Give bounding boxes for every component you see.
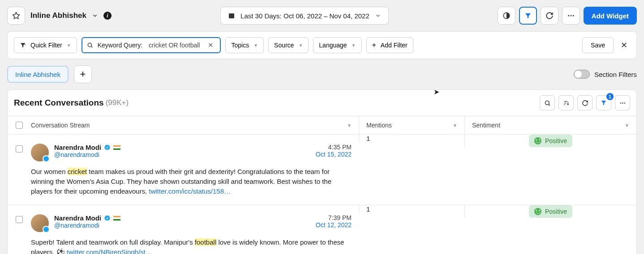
calendar-icon: [228, 12, 235, 19]
column-label: Conversation Stream: [31, 122, 90, 129]
row-checkbox[interactable]: [16, 216, 23, 223]
filter-badge: 1: [606, 93, 614, 100]
panel-sort-button[interactable]: [558, 95, 574, 110]
mentions-value: 1: [366, 205, 370, 213]
svg-point-4: [568, 15, 569, 17]
reset-filters-button[interactable]: ✕: [618, 40, 630, 50]
more-options-button[interactable]: [562, 7, 580, 25]
panel-more-button[interactable]: [615, 95, 630, 110]
select-all-column: [8, 122, 31, 129]
time-value: 7:39 PM: [316, 214, 352, 221]
sentiment-badge[interactable]: Positive: [529, 205, 572, 218]
svg-line-10: [549, 104, 550, 106]
section-filters-toggle[interactable]: [574, 70, 590, 79]
keyword-filter-chip[interactable]: Keyword Query: cricket OR football ✕: [82, 37, 221, 53]
refresh-icon: [545, 12, 554, 20]
source-filter[interactable]: Source ▼: [268, 37, 309, 53]
row-checkbox[interactable]: [16, 145, 23, 152]
chevron-down-icon: [92, 13, 98, 19]
column-header-mentions[interactable]: Mentions ▼: [359, 116, 464, 134]
add-tab-button[interactable]: +: [74, 65, 92, 83]
timestamp: 7:39 PM Oct 12, 2022: [316, 214, 352, 232]
info-icon[interactable]: i: [103, 12, 112, 20]
row-select-column: [8, 135, 31, 205]
smiley-icon: [534, 137, 541, 144]
global-filter-button[interactable]: [519, 7, 537, 25]
table-header: Conversation Stream ▼ Mentions ▼ Sentime…: [8, 116, 636, 135]
sentiment-value: Positive: [545, 208, 567, 215]
svg-marker-0: [13, 13, 20, 19]
conversation-text: Our women cricket team makes us proud wi…: [31, 167, 352, 196]
date-value[interactable]: Oct 12, 2022: [316, 221, 352, 229]
theme-toggle-button[interactable]: [498, 7, 515, 25]
sentiment-badge[interactable]: Positive: [529, 135, 572, 147]
refresh-button[interactable]: [541, 7, 558, 25]
page-title-group: Inline Abhishek i: [30, 11, 112, 20]
plus-icon: +: [372, 41, 376, 49]
keyword-label: Keyword Query:: [98, 42, 142, 49]
sentiment-cell: Positive: [464, 135, 636, 147]
dots-horizontal-icon: [619, 100, 626, 106]
search-icon: [87, 42, 93, 48]
panel-refresh-button[interactable]: [577, 95, 592, 110]
mentions-cell: 1: [359, 135, 464, 142]
caret-down-icon: ▼: [298, 43, 303, 48]
add-widget-button[interactable]: Add Widget: [584, 7, 637, 25]
svg-rect-2: [229, 13, 234, 15]
conversation-cell[interactable]: Narendra Modi @narendramodi 4:35 PM Oct …: [31, 135, 359, 205]
keyword-value: cricket OR football: [147, 41, 202, 50]
conversation-cell[interactable]: Narendra Modi @narendramodi 7:39 PM Oct …: [31, 205, 359, 254]
avatar: [31, 214, 49, 232]
favorite-button[interactable]: [7, 7, 25, 25]
contrast-icon: [502, 12, 511, 20]
author-handle[interactable]: @narendramodi: [54, 222, 120, 229]
author-handle[interactable]: @narendramodi: [54, 151, 120, 158]
conversation-link[interactable]: twitter.com/NBirenSingh/st…: [67, 248, 152, 254]
keyword-highlight: football: [195, 238, 216, 246]
caret-down-icon: ▼: [67, 43, 71, 48]
mentions-value: 1: [366, 135, 370, 142]
save-button[interactable]: Save: [582, 37, 614, 53]
funnel-icon: [524, 12, 532, 19]
panel-search-button[interactable]: [540, 95, 555, 110]
svg-point-16: [624, 102, 625, 104]
svg-point-14: [620, 102, 621, 104]
section-filters-control: Section Filters: [574, 70, 637, 79]
add-filter-button[interactable]: + Add Filter: [366, 37, 413, 53]
clear-keyword-button[interactable]: ✕: [206, 41, 215, 49]
search-icon: [544, 100, 551, 106]
date-value[interactable]: Oct 15, 2022: [316, 151, 352, 158]
date-range-text: Last 30 Days: Oct 06, 2022 – Nov 04, 202…: [240, 12, 369, 20]
time-value: 4:35 PM: [316, 144, 352, 151]
panel-count: (99K+): [106, 98, 129, 107]
topics-filter[interactable]: Topics ▼: [225, 37, 264, 53]
column-header-conversation[interactable]: Conversation Stream ▼: [31, 122, 359, 129]
row-select-column: [8, 205, 31, 254]
header-actions: Add Widget: [498, 7, 637, 25]
panel-filter-button[interactable]: 1: [596, 95, 611, 110]
column-header-sentiment[interactable]: Sentiment ▼: [464, 116, 636, 134]
funnel-icon: [601, 100, 607, 106]
quick-filter-label: Quick Filter: [30, 42, 62, 49]
sentiment-value: Positive: [545, 137, 567, 144]
plus-icon: +: [80, 68, 86, 80]
flag-icon: [113, 216, 120, 220]
conversation-link[interactable]: twitter.com/icc/status/158…: [149, 187, 231, 195]
title-chevron-button[interactable]: [92, 13, 98, 19]
conversation-text: Superb! Talent and teamwork on full disp…: [31, 237, 352, 254]
select-all-checkbox[interactable]: [16, 122, 23, 129]
panel-title: Recent Conversations: [14, 98, 104, 108]
smiley-icon: [534, 208, 541, 215]
panel-actions: 1: [540, 95, 630, 110]
star-icon: [12, 12, 20, 20]
topics-label: Topics: [231, 42, 249, 49]
header-bar: Inline Abhishek i Last 30 Days: Oct 06, …: [0, 0, 644, 31]
sort-arrow-icon: ▼: [347, 123, 352, 128]
quick-filter-button[interactable]: Quick Filter ▼: [14, 37, 77, 53]
language-filter[interactable]: Language ▼: [313, 37, 361, 53]
date-range-selector[interactable]: Last 30 Days: Oct 06, 2022 – Nov 04, 202…: [220, 7, 389, 25]
tabs-row: Inline Abhishek + Section Filters: [0, 59, 644, 89]
page-title: Inline Abhishek: [30, 11, 86, 20]
author-name: Narendra Modi: [54, 144, 101, 151]
tab-inline-abhishek[interactable]: Inline Abhishek: [7, 66, 69, 83]
